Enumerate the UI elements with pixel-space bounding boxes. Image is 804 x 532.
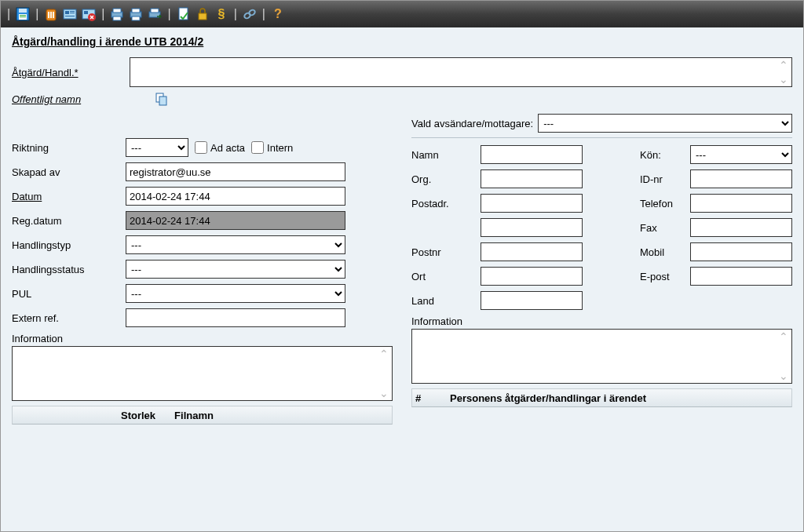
svg-rect-26	[199, 13, 206, 20]
reg-datum-input	[126, 211, 345, 230]
label-reg-datum: Reg.datum	[12, 215, 126, 227]
telefon-input[interactable]	[690, 194, 792, 213]
spinner-arrows[interactable]: ⌃⌄	[378, 348, 390, 399]
svg-rect-10	[65, 11, 69, 14]
right-column: Vald avsändare/mottagare: --- Namn Kön: …	[411, 114, 792, 425]
namn-input[interactable]	[481, 145, 583, 164]
id-nr-input[interactable]	[690, 169, 792, 188]
svg-rect-24	[151, 9, 159, 13]
label-postadr: Postadr.	[411, 198, 474, 210]
label-mobil: Mobil	[640, 246, 684, 258]
card-delete-icon[interactable]	[81, 6, 97, 22]
page-title: Åtgärd/handling i ärende UTB 2014/2	[12, 35, 792, 48]
fax-input[interactable]	[690, 218, 792, 237]
col-storlek: Storlek	[121, 410, 155, 421]
toolbar-separator: |	[7, 7, 10, 21]
handlingstyp-select[interactable]: ---	[126, 235, 345, 254]
label-pul: PUL	[12, 288, 126, 300]
epost-input[interactable]	[690, 267, 792, 286]
print-icon-1[interactable]	[109, 6, 125, 22]
export-icon[interactable]	[147, 6, 163, 22]
postadr-input-2[interactable]	[481, 218, 583, 237]
file-grid-header: Storlek Filnamn	[12, 406, 393, 425]
spinner-arrows[interactable]: ⌃⌄	[777, 331, 790, 381]
toolbar-separator: |	[35, 7, 38, 21]
svg-rect-11	[65, 16, 75, 16]
label-riktning: Riktning	[12, 142, 126, 154]
card-icon[interactable]	[62, 6, 78, 22]
label-datum: Datum	[12, 191, 126, 202]
label-epost: E-post	[640, 271, 684, 282]
print-icon-2[interactable]	[128, 6, 144, 22]
datum-input[interactable]	[126, 187, 345, 206]
svg-rect-1	[19, 9, 27, 13]
intern-checkbox[interactable]	[251, 141, 264, 154]
svg-rect-18	[113, 9, 121, 13]
skapad-av-input[interactable]	[126, 162, 345, 181]
label-org: Org.	[411, 173, 474, 185]
label-namn: Namn	[411, 149, 474, 161]
org-input[interactable]	[481, 169, 583, 188]
label-offentligt-namn: Offentligt namn	[12, 93, 130, 105]
vald-avsandare-select[interactable]: ---	[538, 114, 792, 133]
postnr-input[interactable]	[481, 242, 583, 261]
spinner-arrows[interactable]: ⌃⌄	[777, 60, 790, 85]
person-grid-header: # Personens åtgärder/handlingar i ärende…	[411, 388, 792, 407]
information-right-textarea[interactable]: ⌃⌄	[411, 329, 792, 384]
document-check-icon[interactable]	[176, 6, 192, 22]
label-vald-avsandare: Vald avsändare/mottagare:	[411, 118, 533, 129]
svg-rect-6	[48, 12, 49, 18]
svg-point-29	[248, 9, 256, 16]
content-area: Åtgärd/handling i ärende UTB 2014/2 Åtgä…	[1, 27, 803, 531]
extern-ref-input[interactable]	[126, 308, 345, 327]
label-information-right: Information	[411, 315, 792, 327]
app-window: | | | | § |	[0, 0, 804, 532]
svg-rect-13	[70, 13, 75, 13]
lock-icon[interactable]	[195, 6, 210, 22]
paragraph-icon[interactable]: §	[214, 6, 229, 22]
toolbar-separator: |	[234, 7, 237, 21]
atgard-handl-textarea[interactable]: ⌃⌄	[130, 57, 792, 87]
ort-input[interactable]	[481, 267, 583, 286]
svg-rect-3	[20, 15, 26, 16]
svg-rect-12	[70, 11, 75, 12]
copy-icon[interactable]	[155, 92, 169, 106]
toolbar: | | | | § |	[1, 1, 803, 27]
label-fax: Fax	[640, 222, 684, 234]
col-filnamn: Filnamn	[174, 410, 214, 421]
label-kon: Kön:	[640, 149, 684, 161]
save-icon[interactable]	[15, 6, 31, 22]
postadr-input-1[interactable]	[481, 194, 583, 213]
ad-acta-checkbox-wrap[interactable]: Ad acta	[195, 141, 245, 154]
label-handlingsstatus: Handlingsstatus	[12, 264, 126, 275]
label-extern-ref: Extern ref.	[12, 312, 126, 324]
pul-select[interactable]: ---	[126, 284, 345, 303]
help-icon[interactable]: ?	[270, 6, 286, 22]
kon-select[interactable]: ---	[690, 145, 792, 164]
toolbar-separator: |	[101, 7, 104, 21]
label-handlingstyp: Handlingstyp	[12, 239, 126, 251]
ad-acta-checkbox[interactable]	[195, 141, 207, 154]
svg-rect-21	[132, 9, 140, 13]
svg-rect-8	[53, 12, 54, 18]
mobil-input[interactable]	[690, 242, 792, 261]
svg-rect-4	[20, 16, 26, 17]
svg-rect-32	[159, 97, 166, 105]
handlingsstatus-select[interactable]: ---	[126, 260, 345, 279]
label-land: Land	[411, 295, 474, 307]
riktning-select[interactable]: ---	[126, 138, 188, 157]
link-icon[interactable]	[242, 6, 258, 22]
intern-checkbox-wrap[interactable]: Intern	[251, 141, 293, 154]
left-column: Riktning --- Ad acta Intern Skapad av	[12, 114, 393, 425]
land-input[interactable]	[481, 291, 583, 310]
label-ort: Ort	[411, 271, 474, 282]
delete-icon[interactable]	[43, 6, 59, 22]
svg-rect-7	[50, 12, 52, 18]
divider	[411, 137, 792, 138]
col-personens: Personens åtgärder/handlingar i ärendet	[450, 392, 646, 404]
label-skapad-av: Skapad av	[12, 166, 126, 178]
toolbar-separator: |	[262, 7, 265, 21]
toolbar-separator: |	[167, 7, 170, 21]
label-id-nr: ID-nr	[640, 173, 684, 185]
information-left-textarea[interactable]: ⌃⌄	[12, 346, 393, 401]
